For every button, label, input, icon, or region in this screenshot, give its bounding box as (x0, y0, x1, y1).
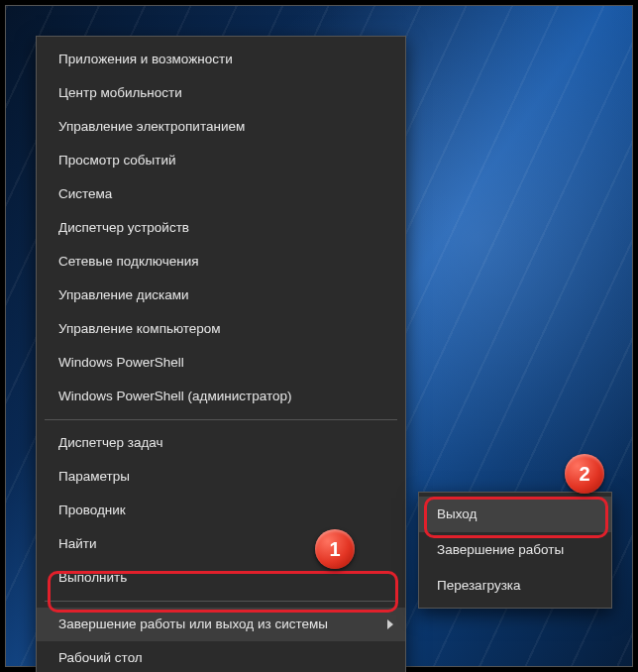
winx-context-menu: Приложения и возможности Центр мобильнос… (36, 36, 406, 672)
menu-item-label: Диспетчер задач (58, 435, 163, 450)
menu-item-system[interactable]: Система (37, 177, 405, 211)
menu-item-label: Перезагрузка (437, 578, 521, 593)
menu-item-computer-management[interactable]: Управление компьютером (37, 312, 405, 346)
menu-item-label: Сетевые подключения (58, 254, 199, 269)
menu-item-label: Windows PowerShell (58, 355, 184, 370)
menu-item-label: Система (58, 186, 112, 201)
menu-item-power-options[interactable]: Управление электропитанием (37, 110, 405, 144)
step-badge-1: 1 (315, 529, 355, 569)
menu-item-label: Windows PowerShell (администратор) (58, 389, 291, 403)
menu-item-label: Приложения и возможности (58, 52, 233, 66)
menu-item-apps-features[interactable]: Приложения и возможности (37, 43, 405, 76)
menu-item-label: Выход (437, 506, 477, 521)
menu-separator (45, 601, 397, 602)
menu-item-label: Просмотр событий (58, 153, 176, 168)
menu-item-task-manager[interactable]: Диспетчер задач (37, 426, 405, 460)
menu-item-label: Параметры (58, 469, 130, 484)
shutdown-submenu: Выход Завершение работы Перезагрузка (418, 492, 612, 609)
menu-item-mobility-center[interactable]: Центр мобильности (37, 76, 405, 110)
menu-item-label: Управление дисками (58, 287, 189, 302)
menu-item-desktop[interactable]: Рабочий стол (37, 641, 405, 672)
screenshot-frame: Приложения и возможности Центр мобильнос… (5, 5, 633, 667)
menu-item-explorer[interactable]: Проводник (37, 494, 405, 527)
menu-item-shutdown-signout[interactable]: Завершение работы или выход из системы (37, 608, 405, 641)
menu-item-disk-management[interactable]: Управление дисками (37, 279, 405, 312)
menu-item-label: Завершение работы (437, 542, 564, 557)
menu-item-run[interactable]: Выполнить (37, 561, 405, 595)
menu-item-label: Диспетчер устройств (58, 220, 189, 235)
menu-item-label: Управление компьютером (58, 321, 221, 336)
menu-item-label: Рабочий стол (58, 650, 143, 665)
menu-item-label: Центр мобильности (58, 85, 182, 100)
screenshot-stage: Приложения и возможности Центр мобильнос… (0, 0, 638, 672)
submenu-item-restart[interactable]: Перезагрузка (419, 568, 611, 604)
submenu-item-signout[interactable]: Выход (419, 497, 611, 532)
menu-item-settings[interactable]: Параметры (37, 460, 405, 494)
menu-item-device-manager[interactable]: Диспетчер устройств (37, 211, 405, 245)
menu-item-powershell-admin[interactable]: Windows PowerShell (администратор) (37, 380, 405, 413)
menu-item-powershell[interactable]: Windows PowerShell (37, 346, 405, 380)
menu-item-label: Завершение работы или выход из системы (58, 616, 328, 631)
menu-item-event-viewer[interactable]: Просмотр событий (37, 144, 405, 177)
step-badge-2: 2 (565, 454, 604, 494)
menu-separator (45, 419, 397, 420)
menu-item-label: Выполнить (58, 570, 127, 585)
menu-item-label: Найти (58, 536, 97, 551)
menu-item-label: Управление электропитанием (58, 119, 245, 134)
menu-item-label: Проводник (58, 503, 126, 517)
submenu-item-shutdown[interactable]: Завершение работы (419, 532, 611, 568)
chevron-right-icon (385, 619, 395, 629)
menu-item-network-connections[interactable]: Сетевые подключения (37, 245, 405, 279)
